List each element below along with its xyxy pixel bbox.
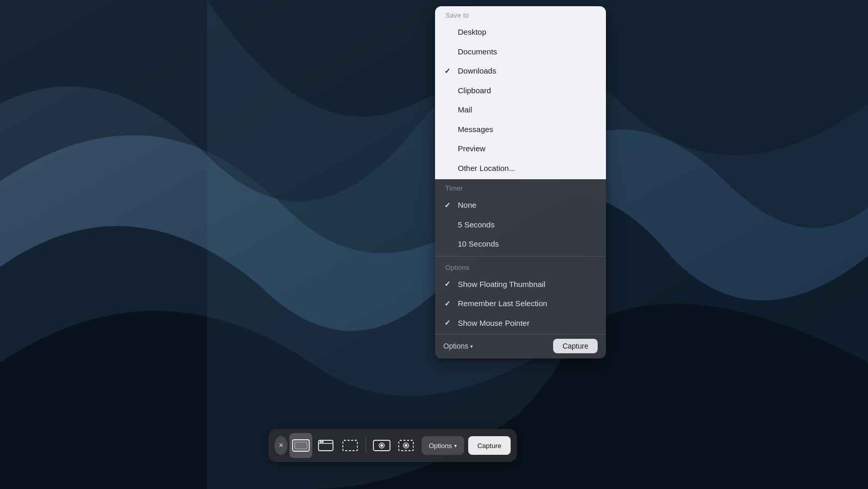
capture-button[interactable]: Capture (468, 436, 511, 455)
check-icon: ✓ (444, 318, 451, 327)
chevron-down-icon: ▾ (454, 443, 457, 449)
selection-capture-button[interactable] (339, 433, 361, 458)
menu-item-10-seconds[interactable]: 10 Seconds (435, 234, 606, 254)
menu-item-show-floating-thumbnail[interactable]: ✓ Show Floating Thumbnail (435, 275, 606, 294)
capture-button[interactable]: Capture (553, 339, 598, 353)
timer-options-section: Timer ✓ None 5 Seconds 10 Seconds Option… (435, 179, 606, 358)
capture-label: Capture (478, 442, 501, 450)
svg-rect-2 (295, 442, 307, 449)
menu-item-messages[interactable]: Messages (435, 120, 606, 139)
menu-item-label: Other Location... (458, 163, 515, 174)
menu-item-label: Show Mouse Pointer (458, 318, 529, 328)
menu-item-none[interactable]: ✓ None (435, 195, 606, 215)
svg-rect-7 (343, 440, 357, 451)
options-label: Options (443, 342, 468, 350)
toolbar-bottom-row: Options ▾ Capture (435, 334, 606, 358)
svg-point-6 (322, 441, 323, 442)
menu-item-desktop[interactable]: Desktop (435, 22, 606, 42)
menu-item-label: Show Floating Thumbnail (458, 279, 545, 290)
options-label: Options (429, 442, 452, 450)
menu-item-preview[interactable]: Preview (435, 139, 606, 159)
menu-item-label: Downloads (458, 66, 496, 76)
video-fullscreen-button[interactable] (370, 433, 393, 458)
menu-item-remember-last-selection[interactable]: ✓ Remember Last Selection (435, 294, 606, 313)
timer-header: Timer (435, 179, 606, 195)
menu-item-label: Preview (458, 143, 485, 154)
capture-label: Capture (562, 342, 588, 350)
menu-item-label: Remember Last Selection (458, 298, 547, 309)
options-button[interactable]: Options ▾ (443, 342, 473, 350)
menu-item-label: 10 Seconds (458, 239, 499, 249)
check-icon: ✓ (444, 66, 451, 76)
menu-item-label: Documents (458, 47, 497, 57)
fullscreen-icon (292, 438, 310, 453)
check-icon: ✓ (444, 299, 451, 308)
menu-item-downloads[interactable]: ✓ Downloads (435, 61, 606, 81)
selection-icon (341, 438, 359, 453)
check-icon: ✓ (444, 200, 451, 210)
menu-item-label: Clipboard (458, 85, 491, 96)
menu-item-label: Mail (458, 105, 472, 115)
screenshot-toolbar: × (268, 429, 517, 462)
check-icon: ✓ (444, 279, 451, 289)
svg-point-13 (405, 444, 407, 447)
video-fullscreen-icon (372, 438, 391, 453)
menu-item-label: 5 Seconds (458, 220, 495, 230)
menu-item-documents[interactable]: Documents (435, 42, 606, 62)
window-icon (316, 438, 335, 453)
menu-item-clipboard[interactable]: Clipboard (435, 81, 606, 100)
fullscreen-capture-button[interactable] (290, 433, 312, 458)
close-button[interactable]: × (274, 436, 287, 455)
menu-item-label: Messages (458, 124, 493, 135)
menu-item-show-mouse-pointer[interactable]: ✓ Show Mouse Pointer (435, 313, 606, 335)
menu-divider (435, 256, 606, 256)
desktop-overlay (0, 0, 868, 489)
video-selection-icon (397, 438, 415, 453)
svg-point-5 (320, 441, 321, 442)
window-capture-button[interactable] (314, 433, 337, 458)
toolbar-divider (366, 438, 366, 453)
svg-point-10 (381, 444, 383, 447)
options-button[interactable]: Options ▾ (422, 436, 464, 455)
video-selection-button[interactable] (395, 433, 417, 458)
menu-item-5-seconds[interactable]: 5 Seconds (435, 215, 606, 235)
menu-item-mail[interactable]: Mail (435, 100, 606, 120)
desktop: Save to Desktop Documents ✓ Downloads Cl… (0, 0, 868, 489)
context-menu: Save to Desktop Documents ✓ Downloads Cl… (435, 6, 606, 358)
save-to-section: Save to Desktop Documents ✓ Downloads Cl… (435, 6, 606, 179)
chevron-down-icon: ▾ (470, 343, 473, 349)
save-to-header: Save to (435, 6, 606, 22)
close-icon: × (279, 441, 283, 450)
menu-item-label: Desktop (458, 27, 486, 37)
menu-item-other-location[interactable]: Other Location... (435, 159, 606, 180)
options-header: Options (435, 258, 606, 275)
menu-item-label: None (458, 200, 476, 210)
